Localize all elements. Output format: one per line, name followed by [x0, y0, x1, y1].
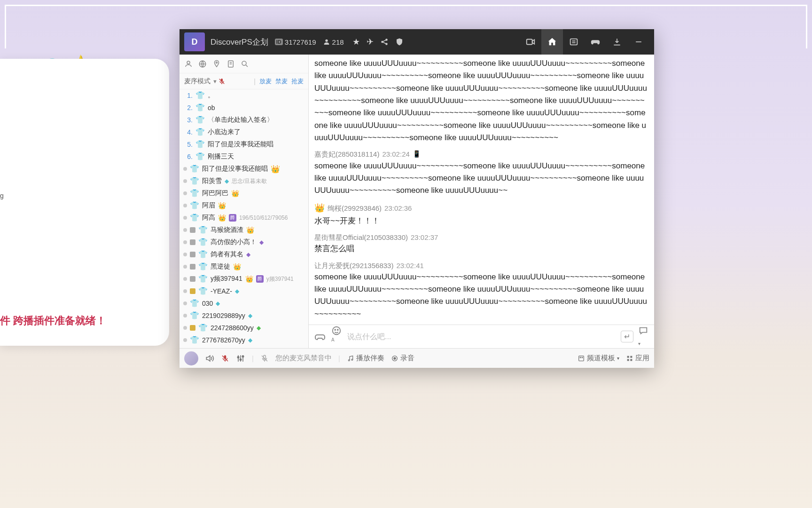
mic-status-text: 您的麦克风禁音中: [275, 354, 332, 363]
equalizer-icon[interactable]: [236, 354, 245, 363]
list-item[interactable]: 👕-YEAZ-◆: [180, 285, 308, 297]
minimize-icon[interactable]: [628, 29, 649, 55]
list-item[interactable]: 👕阳羡雪◆思念/旦暮未歇: [180, 175, 308, 187]
list-item[interactable]: 👕高仿假的小高！◆: [180, 236, 308, 248]
speaker-icon[interactable]: [205, 354, 214, 363]
svg-rect-41: [627, 359, 629, 361]
channel-id[interactable]: ID 31727619: [275, 38, 316, 46]
list-item[interactable]: 👕阿眉👑: [180, 199, 308, 212]
svg-point-28: [240, 358, 241, 360]
person-icon: [323, 38, 330, 46]
svg-point-29: [242, 356, 243, 357]
download-icon[interactable]: [606, 29, 628, 55]
channel-title: DiscoverPS企划: [211, 37, 268, 48]
chat-bubble-icon[interactable]: ▾: [638, 325, 648, 348]
list-item[interactable]: 👕030◆: [180, 297, 308, 310]
titlebar: D DiscoverPS企划 ID 31727619 218 ★ ✈: [180, 29, 654, 55]
globe-icon[interactable]: [198, 60, 207, 68]
list-item[interactable]: 👕2247288600yy◆: [180, 322, 308, 334]
plane-icon[interactable]: ✈: [367, 37, 374, 47]
svg-point-21: [337, 329, 338, 330]
list-item[interactable]: 👕阿高👑爵196/510/612/79056: [180, 212, 308, 224]
mic-mode-bar: 麦序模式 ▼ | 放麦 禁麦 抢麦: [180, 73, 308, 89]
svg-point-27: [237, 356, 239, 357]
online-count[interactable]: 218: [323, 38, 344, 46]
list-item[interactable]: 5.👕阳了但是没事我还能唱: [180, 138, 308, 151]
svg-line-16: [246, 65, 248, 67]
list-item[interactable]: 👕黑逆徒👑: [180, 261, 308, 273]
chat-message: 星街彗星Official(2105038330)23:02:37禁言怎么唱: [314, 232, 648, 255]
svg-point-9: [187, 61, 190, 64]
app-window: D DiscoverPS企划 ID 31727619 218 ★ ✈: [180, 29, 654, 368]
svg-point-33: [351, 359, 353, 360]
user-avatar[interactable]: [184, 351, 198, 365]
svg-point-35: [394, 357, 396, 359]
svg-point-32: [348, 359, 350, 361]
emoji-input-icon[interactable]: A: [331, 325, 342, 348]
mute-mic-link[interactable]: 禁麦: [275, 77, 288, 86]
pin-icon[interactable]: [212, 60, 221, 68]
chat-message: someone like uuuuUUUuuuu~~~~~~~~~~someon…: [314, 57, 648, 144]
chat-log[interactable]: someone like uuuuUUUuuuu~~~~~~~~~~someon…: [309, 55, 654, 325]
id-icon: ID: [275, 39, 283, 45]
mic-muted-icon[interactable]: [221, 354, 229, 363]
svg-rect-4: [527, 40, 532, 45]
svg-rect-39: [627, 356, 629, 357]
bottom-bar: | 您的麦克风禁音中 | 播放伴奏 录音 频道模板▾ 应用: [180, 348, 654, 368]
list-item[interactable]: 4.👕小底边来了: [180, 126, 308, 138]
note-icon[interactable]: [226, 60, 235, 68]
profile-icon[interactable]: [184, 60, 193, 68]
mic-status-icon[interactable]: [260, 354, 269, 363]
chat-panel: someone like uuuuUUUuuuu~~~~~~~~~~someon…: [309, 55, 654, 348]
chat-message: 👑绚桜(299293846)23:02:36水哥~~开麦！！！: [314, 202, 648, 227]
home-icon[interactable]: [541, 29, 563, 55]
svg-rect-37: [580, 357, 581, 358]
game-icon[interactable]: [585, 29, 606, 55]
chat-message: 嘉贵妃(2850318114)23:02:24📱someone like uuu…: [314, 149, 648, 197]
list-item[interactable]: 👕马猴烧酒渣👑: [180, 224, 308, 236]
svg-point-0: [325, 40, 328, 42]
shield-icon[interactable]: [395, 38, 404, 46]
apps-button[interactable]: 应用: [626, 354, 649, 363]
channel-template-button[interactable]: 频道模板▾: [578, 354, 619, 363]
svg-point-15: [242, 61, 246, 65]
channel-logo[interactable]: D: [184, 32, 205, 51]
svg-point-11: [216, 62, 218, 63]
chevron-down-icon[interactable]: ▼: [212, 79, 218, 84]
svg-rect-40: [630, 356, 632, 357]
video-icon[interactable]: [520, 29, 541, 55]
grab-mic-link[interactable]: 抢麦: [291, 77, 304, 86]
user-sidebar: 麦序模式 ▼ | 放麦 禁麦 抢麦 1.👕。2.👕ob3.👕〈单击此处输入签名〉…: [180, 55, 309, 348]
list-item[interactable]: 👕鸽者有其名◆: [180, 248, 308, 261]
release-mic-link[interactable]: 放麦: [259, 77, 272, 86]
list-item[interactable]: 6.👕刚播三天: [180, 151, 308, 163]
list-item[interactable]: 2.👕ob: [180, 102, 308, 114]
user-list[interactable]: 1.👕。2.👕ob3.👕〈单击此处输入签名〉4.👕小底边来了5.👕阳了但是没事我…: [180, 89, 308, 348]
list-item[interactable]: 1.👕。: [180, 89, 308, 102]
list-item[interactable]: 👕y频397941👑爵y频397941: [180, 273, 308, 285]
overlay-footer-text: 件 跨播插件准备就绪！: [0, 314, 106, 328]
share-icon[interactable]: [380, 38, 389, 46]
mic-off-icon[interactable]: [218, 77, 226, 86]
record-button[interactable]: 录音: [391, 354, 414, 363]
overlay-comment-card: g 件 跨播插件准备就绪！: [0, 59, 169, 346]
list-item[interactable]: 👕阳了但是没事我还能唱👑: [180, 163, 308, 175]
list-item[interactable]: 👕2776782670yy◆: [180, 334, 308, 346]
list-item[interactable]: 3.👕〈单击此处输入签名〉: [180, 114, 308, 126]
list-item[interactable]: 👕2219029889yy◆: [180, 310, 308, 322]
play-track-button[interactable]: 播放伴奏: [347, 354, 384, 363]
list-item[interactable]: 👕阿巴阿巴👑: [180, 187, 308, 199]
star-icon[interactable]: ★: [352, 37, 360, 47]
svg-rect-5: [570, 39, 578, 45]
game-input-icon[interactable]: [314, 331, 326, 342]
mic-mode-label: 麦序模式: [184, 77, 211, 86]
chat-input-bar: A ↵ ▾: [309, 325, 654, 348]
svg-point-20: [335, 329, 336, 330]
svg-point-19: [333, 326, 341, 334]
overlay-small-text: g: [0, 192, 4, 199]
chat-input[interactable]: [347, 333, 615, 341]
list-icon[interactable]: [563, 29, 585, 55]
enter-icon[interactable]: ↵: [621, 331, 633, 342]
chat-message: 让月光爱抚(2921356833)23:02:41someone like uu…: [314, 260, 648, 321]
search-icon[interactable]: [241, 60, 249, 68]
